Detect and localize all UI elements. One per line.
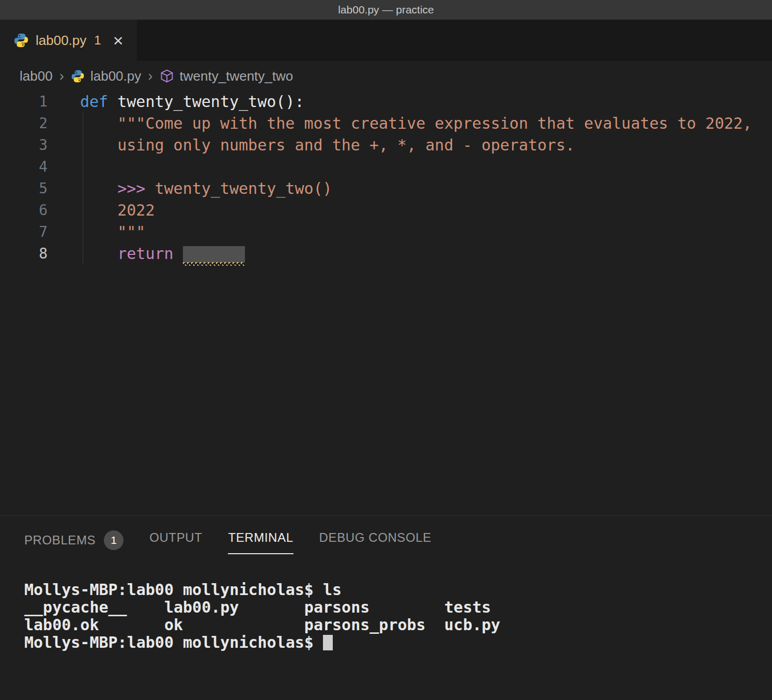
indent-guide: [83, 178, 83, 200]
terminal-line: Mollys-MBP:lab00 mollynicholas$: [24, 634, 772, 651]
breadcrumb-symbol[interactable]: twenty_twenty_two: [180, 68, 294, 84]
python-icon: [13, 33, 29, 48]
line-number: 8: [0, 243, 48, 265]
breadcrumb-folder[interactable]: lab00: [20, 68, 53, 84]
panel-tab-debug-console[interactable]: DEBUG CONSOLE: [319, 530, 431, 554]
tab-lab00py[interactable]: lab00.py 1 ×: [0, 20, 137, 61]
indent-guide: [83, 156, 83, 178]
window-title: lab00.py — practice: [338, 4, 434, 16]
close-icon[interactable]: ×: [113, 32, 123, 49]
chevron-right-icon: ›: [59, 68, 64, 84]
editor-line[interactable]: 4: [0, 156, 772, 178]
code-token: """: [80, 223, 145, 241]
line-number: 4: [0, 156, 48, 178]
code-token: twenty_twenty_two(): [155, 179, 332, 197]
panel-tab-label: DEBUG CONSOLE: [319, 530, 431, 545]
code-token: >>>: [80, 179, 155, 197]
vscode-window: lab00.py — practice lab00.py 1 × lab00 ›…: [0, 0, 772, 700]
title-bar[interactable]: lab00.py — practice: [0, 0, 772, 20]
panel-tab-terminal[interactable]: TERMINAL: [228, 530, 293, 554]
code-token: twenty_twenty_two: [117, 93, 276, 111]
line-number: 5: [0, 178, 48, 200]
line-number: 2: [0, 113, 48, 134]
panel-tab-problems[interactable]: PROBLEMS1: [24, 530, 123, 559]
code-text: """Come up with the most creative expres…: [80, 113, 752, 134]
tab-label: lab00.py: [36, 33, 86, 49]
problems-count-badge: 1: [104, 530, 123, 550]
panel-tab-label: TERMINAL: [228, 530, 293, 545]
line-number: 3: [0, 134, 48, 156]
terminal-output[interactable]: Mollys-MBP:lab00 mollynicholas$ ls__pyca…: [0, 569, 772, 651]
code-text: return: [80, 243, 245, 265]
editor-line[interactable]: 3 using only numbers and the +, *, and -…: [0, 134, 772, 156]
code-token: def: [80, 93, 108, 111]
code-token: [108, 93, 117, 111]
code-text: 2022: [80, 200, 155, 221]
editor-line[interactable]: 6 2022: [0, 200, 772, 221]
code-text: using only numbers and the +, *, and - o…: [80, 134, 575, 156]
editor-line[interactable]: 7 """: [0, 221, 772, 243]
terminal-line: Mollys-MBP:lab00 mollynicholas$ ls: [24, 581, 772, 599]
indent-guide: [83, 113, 83, 134]
terminal-line: __pycache__ lab00.py parsons tests: [24, 599, 772, 616]
chevron-right-icon: ›: [148, 68, 152, 84]
panel-tab-label: PROBLEMS: [24, 533, 96, 547]
breadcrumb-file[interactable]: lab00.py: [90, 68, 141, 84]
editor-line[interactable]: 1def twenty_twenty_two():: [0, 91, 772, 113]
code-text: """: [80, 221, 145, 243]
terminal-text: Mollys-MBP:lab00 mollynicholas$: [24, 633, 323, 651]
code-token: 2022: [80, 201, 155, 219]
terminal-cursor: [323, 635, 333, 650]
python-icon: [71, 69, 85, 83]
code-token: return: [80, 245, 183, 263]
panel-tabs: PROBLEMS1OUTPUTTERMINALDEBUG CONSOLE: [0, 516, 772, 569]
terminal-text: __pycache__ lab00.py parsons tests: [24, 598, 491, 616]
panel-tab-label: OUTPUT: [149, 530, 202, 545]
indent-guide: [83, 243, 83, 265]
bottom-panel: PROBLEMS1OUTPUTTERMINALDEBUG CONSOLE Mol…: [0, 516, 772, 700]
editor-line[interactable]: 5 >>> twenty_twenty_two(): [0, 178, 772, 200]
editor-line[interactable]: 8 return: [0, 243, 772, 265]
code-token: using only numbers and the +, *, and - o…: [80, 136, 575, 154]
editor-line[interactable]: 2 """Come up with the most creative expr…: [0, 113, 772, 134]
line-number: 6: [0, 200, 48, 221]
line-number: 1: [0, 91, 48, 113]
terminal-line: lab00.ok ok parsons_probs ucb.py: [24, 616, 772, 634]
editor-lines: 1def twenty_twenty_two():2 """Come up wi…: [0, 91, 772, 265]
symbol-namespace-icon: [160, 69, 174, 83]
code-editor[interactable]: 1def twenty_twenty_two():2 """Come up wi…: [0, 91, 772, 516]
code-text: >>> twenty_twenty_two(): [80, 178, 332, 200]
editor-tab-bar: lab00.py 1 ×: [0, 20, 772, 61]
indent-guide: [83, 221, 83, 243]
code-text: def twenty_twenty_two():: [80, 91, 304, 113]
tab-problem-count: 1: [94, 33, 101, 48]
panel-tab-output[interactable]: OUTPUT: [149, 530, 202, 554]
terminal-text: Mollys-MBP:lab00 mollynicholas$ ls: [24, 581, 342, 599]
indent-guide: [83, 200, 83, 221]
terminal-text: lab00.ok ok parsons_probs ucb.py: [24, 616, 500, 634]
breadcrumb: lab00 › lab00.py › twenty_twenty_two: [0, 61, 772, 91]
code-token: """Come up with the most creative expres…: [80, 114, 752, 132]
indent-guide: [83, 134, 83, 156]
selection-highlight-squiggle: [183, 246, 245, 263]
line-number: 7: [0, 221, 48, 243]
code-token: ():: [276, 93, 304, 111]
